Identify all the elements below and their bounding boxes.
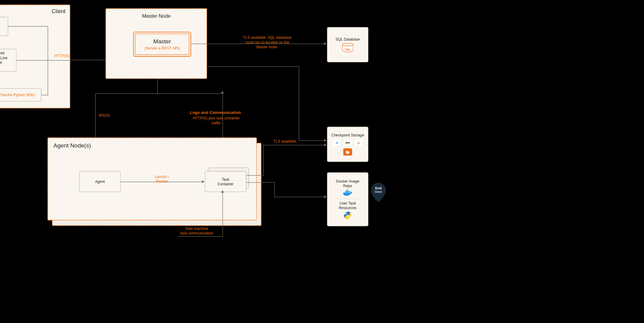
azure-icon: A	[332, 139, 342, 146]
end-pin-title: End	[375, 187, 382, 190]
database-icon: SQL	[342, 43, 353, 53]
sql-database-title: SQL Database	[335, 37, 360, 42]
task-container-box: Task Container	[205, 171, 246, 192]
agent-node-title: Agent Node(s)	[53, 142, 91, 149]
end-pin-sub: Here	[375, 190, 382, 194]
svg-point-8	[346, 212, 347, 213]
svg-point-9	[349, 218, 349, 219]
logs-title-label: Logs and Communication	[184, 110, 246, 115]
client-title: Client	[52, 8, 66, 15]
docker-icon	[343, 190, 352, 197]
agent-box: Agent	[79, 171, 121, 192]
python-icon	[344, 211, 352, 220]
client-webui-box: Determined WebUI	[0, 17, 8, 36]
master-title: Master	[153, 38, 171, 45]
client-cli-box: Determined Command Line Interface (CLI)	[0, 49, 16, 72]
master-box: Master (Serves a REST API)	[133, 32, 191, 57]
gcp-icon: ◇	[354, 139, 363, 146]
user-task-title: User Task Resources	[339, 201, 357, 211]
docker-repo-title: Docker Image Repo	[336, 179, 359, 189]
svg-rect-6	[348, 191, 349, 192]
diagram-root: Start Here End Here Client Determined We…	[12, 0, 487, 239]
https-label: HTTP(S)	[55, 53, 69, 58]
client-cli-text: Determined Command Line Interface	[0, 51, 7, 65]
client-scripts-box: Your Scripts (Via the Python SDK)	[0, 88, 41, 102]
wss-label: WS(S)	[99, 113, 110, 118]
master-node-title: Master Node	[106, 13, 206, 19]
end-pin: End Here	[371, 183, 386, 202]
checkpoint-storage-box: Checkpoint Storage A aws ◇ 🖿	[327, 127, 368, 162]
client-scripts-suffix: (Via the Python SDK)	[0, 93, 35, 97]
tls-sql-label: TLS available. SQL database could be co-…	[238, 35, 296, 49]
checkpoint-storage-title: Checkpoint Storage	[331, 133, 364, 138]
master-sub: (Serves a REST API)	[145, 46, 180, 50]
launch-label: Launch / Monitor	[149, 174, 174, 184]
svg-rect-5	[347, 191, 348, 192]
docker-repo-box: Docker Image Repo User Task Resources	[327, 172, 368, 226]
folder-icon: 🖿	[343, 148, 352, 155]
svg-rect-4	[345, 191, 346, 192]
logs-sub-label: HTTP(S) plus task container traffic	[187, 116, 245, 125]
sql-database-box: SQL Database SQL	[327, 27, 368, 62]
inter-machine-label: Inter-machine task communication	[178, 226, 215, 236]
svg-rect-7	[347, 190, 348, 191]
tls-available-label: TLS available.	[274, 139, 297, 144]
aws-icon: aws	[343, 139, 352, 146]
